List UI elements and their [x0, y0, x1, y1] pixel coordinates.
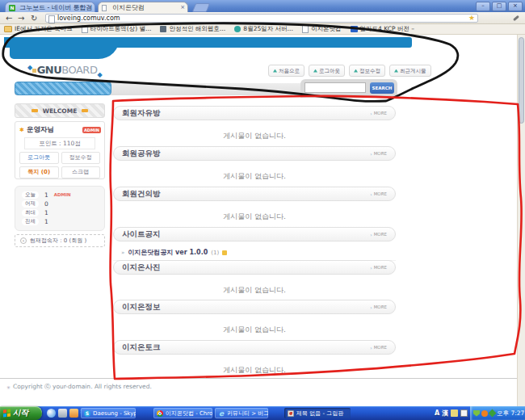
tray-messenger-icon[interactable] — [489, 410, 497, 418]
site-icon — [160, 26, 166, 32]
language-bar[interactable]: A 漢 — [435, 408, 468, 418]
scrollbar-thumb[interactable] — [519, 37, 524, 124]
search-input[interactable] — [304, 82, 366, 93]
nav-menu-block[interactable] — [15, 82, 111, 95]
close-button[interactable]: × — [508, 2, 523, 11]
board-header[interactable]: 이지온정보 ›MORE — [113, 300, 396, 314]
forward-icon[interactable]: → — [18, 13, 24, 23]
member-buttons: 처음으로 로그아웃 정보수정 최근게시물 — [268, 65, 431, 77]
tab-close-icon[interactable]: × — [87, 2, 92, 12]
taskbar-item-paint[interactable]: 제목 없음 - 그림판 — [284, 408, 351, 418]
memo-link[interactable]: 쪽지 (0) — [19, 166, 59, 178]
more-link[interactable]: ›MORE — [370, 304, 387, 310]
more-link[interactable]: ›MORE — [370, 265, 387, 271]
home-button[interactable]: 처음으로 — [268, 65, 304, 77]
paint-icon — [288, 410, 294, 417]
bookmark-item[interactable]: 8월25일자 서버… — [234, 25, 293, 33]
leaf-icon — [313, 69, 317, 73]
bookmarks-bar: IE에서 가져온 북마크 타이아드통역(상) 별… 안정적인 해외웹호… 8월2… — [0, 24, 525, 35]
bookmark-item[interactable]: 안정적인 해외웹호… — [160, 25, 225, 33]
start-button[interactable]: 시작 — [0, 406, 42, 420]
minimize-button[interactable]: – — [476, 2, 490, 11]
chrome-icon — [157, 410, 163, 417]
more-link[interactable]: ›MORE — [370, 345, 387, 351]
leaf-icon — [273, 69, 277, 73]
more-link[interactable]: ›MORE — [370, 151, 387, 157]
profile-box: ✱ 운영자님 ADMIN 포인트 : 110점 로그아웃 정보수정 쪽지 (0)… — [15, 121, 105, 179]
visit-stats-box: 오늘 1 ADMIN 어제 0 최대 1 전체 1 — [15, 186, 105, 231]
username: 운영자님 — [27, 125, 54, 135]
recent-posts-button[interactable]: 최근게시물 — [389, 65, 431, 77]
logout-button[interactable]: 로그아웃 — [309, 65, 345, 77]
bookmark-item[interactable]: IE에서 가져온 북마크 — [4, 25, 73, 33]
quicklaunch-app-icon[interactable] — [69, 409, 78, 418]
empty-text: 게시물이 없습니다. — [113, 365, 396, 376]
ime-hanja-icon[interactable]: 漢 — [442, 409, 448, 418]
admin-badge: ADMIN — [82, 127, 101, 133]
quicklaunch-app-icon[interactable] — [58, 409, 67, 418]
taskbar-item-skype[interactable]: S Daesung - Skype... — [81, 408, 136, 418]
board-section-free: 회원자유방 ›MORE 게시물이 없습니다. — [113, 106, 396, 141]
new-tab-button[interactable] — [192, 3, 210, 12]
more-link[interactable]: ›MORE — [370, 111, 387, 116]
empty-text: 게시물이 없습니다. — [113, 285, 396, 296]
maximize-button[interactable]: □ — [492, 2, 506, 11]
board-header[interactable]: 이지온사진 ›MORE — [113, 260, 396, 275]
ime-help-icon[interactable] — [460, 410, 468, 417]
back-icon[interactable]: ← — [6, 13, 12, 23]
taskbar-item-ie[interactable]: e 커뮤니티 > 버그게... — [215, 408, 268, 418]
edit-info-link[interactable]: 정보수정 — [61, 152, 101, 164]
quicklaunch-browser-icon[interactable] — [47, 409, 56, 418]
current-visitors-box[interactable]: • 현재접속자 : 0 (회원 ) — [15, 234, 105, 247]
board-section-share: 회원공유방 ›MORE 게시물이 없습니다. — [113, 146, 396, 182]
tab-close-icon[interactable]: × — [180, 2, 185, 12]
notice-post-row[interactable]: » 이지온닷컴공지 ver 1.0.0 (1) — [113, 246, 396, 261]
logo-diamond-icon: ◆ — [97, 71, 102, 78]
logout-link[interactable]: 로그아웃 — [19, 152, 59, 164]
more-link[interactable]: ›MORE — [370, 232, 387, 237]
welcome-box: WELCOME — [15, 103, 105, 118]
antivirus-shield-icon[interactable] — [473, 410, 480, 417]
welcome-marker — [32, 109, 38, 112]
ime-alpha-icon[interactable]: A — [435, 410, 439, 417]
page-favicon — [102, 5, 107, 11]
scrap-link[interactable]: 스크랩 — [61, 166, 101, 178]
more-link[interactable]: ›MORE — [370, 191, 387, 197]
bookmark-star-icon[interactable]: ★ — [468, 14, 475, 22]
ime-option-icon[interactable] — [451, 410, 458, 417]
address-bar[interactable]: loveing.comuv.com ★ — [45, 14, 478, 23]
search-button[interactable]: SEARCH — [370, 82, 394, 94]
bookmark-item[interactable]: 얼카드4 KCP 버전 – — [351, 25, 414, 33]
tab-title: 그누보드 - 네이버 통합검 — [19, 4, 93, 11]
address-url: loveing.comuv.com — [57, 15, 120, 22]
tab-ezion[interactable]: 이지온닷컴 × — [98, 2, 188, 12]
board-header[interactable]: 회원공유방 ›MORE — [113, 146, 396, 161]
internet-explorer-icon: e — [218, 410, 225, 417]
taskbar-item-chrome[interactable]: 이지온닷컴 - Chro... — [153, 408, 212, 418]
admin-label: ADMIN — [54, 192, 71, 197]
edit-info-button[interactable]: 정보수정 — [349, 65, 385, 77]
post-title[interactable]: 이지온닷컴공지 ver 1.0.0 — [128, 248, 208, 257]
taskbar-clock: 오후 7:27 — [497, 410, 525, 418]
window-controls: – □ × — [476, 2, 523, 11]
comment-count: (1) — [211, 250, 219, 256]
board-header[interactable]: 회원건의방 ›MORE — [113, 187, 396, 201]
empty-text: 게시물이 없습니다. — [113, 131, 396, 141]
wrench-menu-icon[interactable] — [512, 15, 519, 22]
page-scrollbar[interactable] — [517, 35, 525, 406]
bookmark-item[interactable]: 타이아드통역(상) 별… — [82, 25, 152, 33]
leaf-icon — [354, 69, 358, 73]
tray-app-icon[interactable] — [481, 410, 488, 417]
board-header[interactable]: 이지온토크 ›MORE — [113, 340, 396, 355]
address-page-icon — [48, 15, 55, 23]
board-header[interactable]: 회원자유방 ›MORE — [113, 106, 396, 120]
gnuboard-logo[interactable]: ◆GNUBOARD◆ — [27, 64, 102, 78]
desktop-screen: N 그누보드 - 네이버 통합검 × 이지온닷컴 × – □ × ← → ↻ l… — [0, 0, 525, 420]
bookmark-item[interactable]: 이지온닷컴 — [302, 25, 342, 33]
board-header[interactable]: 사이트공지 ›MORE — [113, 227, 396, 242]
naver-favicon: N — [9, 5, 15, 11]
board-section-talk: 이지온토크 ›MORE 게시물이 없습니다. — [113, 340, 396, 376]
system-tray: 오후 7:27 — [470, 406, 525, 420]
reload-icon[interactable]: ↻ — [31, 13, 37, 23]
tab-naver-search[interactable]: N 그누보드 - 네이버 통합검 × — [5, 2, 95, 12]
